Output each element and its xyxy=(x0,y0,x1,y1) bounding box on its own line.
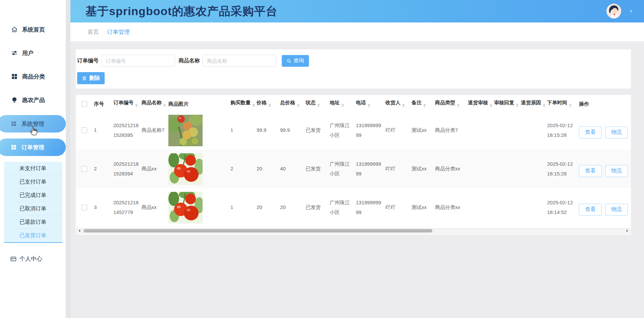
scroll-left-icon[interactable] xyxy=(77,228,82,233)
sort-caret-icon[interactable] xyxy=(368,102,370,108)
product-image xyxy=(168,115,203,146)
table-column-header[interactable]: 退货审核 xyxy=(467,97,493,111)
cell-status: 已发货 xyxy=(304,188,328,227)
table-column-header[interactable]: 商品名称 xyxy=(140,97,167,111)
sidebar-item[interactable]: 商品分类 xyxy=(0,72,66,81)
cell-productImage xyxy=(167,111,229,150)
table-column-header[interactable]: 备注 xyxy=(410,97,434,111)
sort-caret-icon[interactable] xyxy=(516,102,519,108)
table-column-header[interactable]: 购买数量 xyxy=(229,97,255,111)
sort-caret-icon[interactable] xyxy=(268,102,271,108)
sort-caret-icon[interactable] xyxy=(135,102,138,108)
breadcrumb-item[interactable]: 订单管理 xyxy=(107,28,130,36)
submenu-item[interactable]: 已退款订单 xyxy=(4,215,62,229)
submenu-item[interactable]: 已发货订单 xyxy=(4,229,62,242)
sort-caret-icon[interactable] xyxy=(457,102,460,108)
sidebar-item[interactable]: 订单管理 xyxy=(0,139,66,156)
cell-phone: 13199999999 xyxy=(355,150,384,188)
horizontal-scrollbar[interactable] xyxy=(76,228,630,233)
table-column-header[interactable]: 价格 xyxy=(255,97,279,111)
sort-caret-icon[interactable] xyxy=(543,102,545,108)
sort-caret-icon[interactable] xyxy=(402,102,405,108)
sort-caret-icon[interactable] xyxy=(490,102,492,108)
table-column-header[interactable]: 商品类型 xyxy=(434,97,467,111)
table-column-header[interactable]: 审核回复 xyxy=(493,97,520,111)
cell-quantity: 1 xyxy=(229,111,255,150)
search-panel: 订单编号 商品名称 查询 删除 xyxy=(76,49,631,89)
bulb-icon xyxy=(11,97,18,103)
cell-productName: 商品名称7 xyxy=(140,111,167,150)
sort-caret-icon[interactable] xyxy=(423,102,426,108)
order-no-input[interactable] xyxy=(101,55,175,67)
table-column-header[interactable]: 订单编号 xyxy=(112,97,140,111)
sort-caret-icon[interactable] xyxy=(297,102,300,108)
cell-productImage xyxy=(167,150,229,188)
orders-table: 序号 订单编号 商品名称 商品图片 购买数量 价格 总价格 状态 地址 电话 收… xyxy=(76,97,631,227)
logistics-button[interactable]: 物流 xyxy=(605,204,628,216)
table-column-header[interactable]: 商品图片 xyxy=(167,97,229,111)
submenu-item[interactable]: 未支付订单 xyxy=(4,162,62,175)
breadcrumb-item[interactable]: 首页 xyxy=(88,28,99,36)
product-image xyxy=(168,153,203,185)
select-all-checkbox[interactable] xyxy=(82,101,87,107)
sidebar-item[interactable]: 系统管理 xyxy=(0,115,66,132)
table-column-header[interactable]: 下单时间 xyxy=(546,97,578,111)
sidebar-item[interactable]: 惠农产品 xyxy=(0,96,66,104)
grid-icon xyxy=(11,73,18,80)
trash-icon xyxy=(82,76,87,81)
avatar[interactable] xyxy=(606,4,621,18)
cell-returnReason xyxy=(520,150,546,188)
table-column-header[interactable]: 收货人 xyxy=(384,97,410,111)
cell-productType: 商品分类xx xyxy=(434,150,467,188)
table-column-header[interactable]: 总价格 xyxy=(279,97,304,111)
sidebar-item[interactable]: 系统首页 xyxy=(0,25,66,34)
product-name-input[interactable] xyxy=(203,55,276,67)
table-column-header[interactable]: 状态 xyxy=(304,97,328,111)
search-icon xyxy=(286,58,291,63)
home-icon xyxy=(11,26,18,33)
sort-caret-icon[interactable] xyxy=(341,102,344,108)
table-viewport: 序号 订单编号 商品名称 商品图片 购买数量 价格 总价格 状态 地址 电话 收… xyxy=(76,97,631,228)
view-button[interactable]: 查看 xyxy=(579,126,602,139)
scroll-right-icon[interactable] xyxy=(625,228,630,233)
cell-price: 20 xyxy=(255,188,279,227)
orders-table-panel: 序号 订单编号 商品名称 商品图片 购买数量 价格 总价格 状态 地址 电话 收… xyxy=(76,95,631,234)
view-button[interactable]: 查看 xyxy=(579,165,602,177)
logistics-button[interactable]: 物流 xyxy=(605,165,628,177)
sidebar-item[interactable]: 用户 xyxy=(0,49,66,57)
sort-caret-icon[interactable] xyxy=(317,102,320,108)
sidebar: 系统首页 用户 商品分类 惠农产品 系统管理 订单管理 未支付订单已支付订单已完… xyxy=(0,0,66,318)
sort-caret-icon[interactable] xyxy=(252,102,255,108)
sidebar-item-label: 个人中心 xyxy=(19,255,42,263)
table-column-header[interactable]: 操作 xyxy=(578,97,631,111)
table-column-header[interactable]: 地址 xyxy=(328,97,355,111)
table-column-header[interactable]: 电话 xyxy=(355,97,384,111)
submenu-item[interactable]: 已支付订单 xyxy=(4,175,62,189)
cell-phone: 13199999999 xyxy=(355,111,384,150)
sort-caret-icon[interactable] xyxy=(163,102,166,108)
cell-returnAudit xyxy=(467,111,493,150)
cell-auditReply xyxy=(493,111,520,150)
cell-address: 广州珠江小区 xyxy=(328,111,355,150)
cell-remark: 测试xx xyxy=(410,150,434,188)
row-checkbox[interactable] xyxy=(82,205,87,210)
cell-actions: 查看物流 xyxy=(578,111,631,150)
table-row: 12025212181528395商品名称7199.999.9已发货广州珠江小区… xyxy=(76,111,631,150)
cell-returnReason xyxy=(520,111,546,150)
row-checkbox[interactable] xyxy=(82,127,87,133)
sidebar-item-profile[interactable]: 个人中心 xyxy=(0,255,66,263)
row-checkbox[interactable] xyxy=(82,166,87,172)
submenu-item[interactable]: 已完成订单 xyxy=(4,189,62,202)
submenu-item[interactable]: 已取消订单 xyxy=(4,202,62,215)
scrollbar-thumb[interactable] xyxy=(84,229,432,232)
query-button[interactable]: 查询 xyxy=(282,55,309,67)
table-column-header[interactable]: 退货原因 xyxy=(520,97,546,111)
view-button[interactable]: 查看 xyxy=(579,204,602,216)
sort-caret-icon[interactable] xyxy=(569,102,572,108)
table-column-header[interactable]: 序号 xyxy=(93,97,112,111)
cell-orderTime: 2025-02-12 18:14:52 xyxy=(546,188,578,227)
logistics-button[interactable]: 物流 xyxy=(605,126,628,139)
delete-button[interactable]: 删除 xyxy=(77,72,105,84)
cell-phone: 13199999999 xyxy=(355,188,384,227)
chevron-down-icon[interactable]: ▼ xyxy=(629,9,633,14)
